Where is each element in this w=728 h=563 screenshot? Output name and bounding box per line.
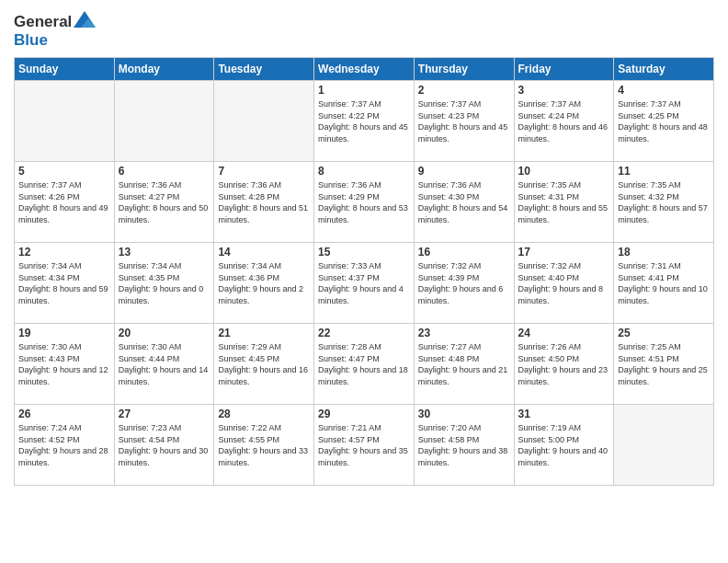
calendar-cell: 5 Sunrise: 7:37 AMSunset: 4:26 PMDayligh… — [15, 162, 115, 243]
day-number: 10 — [518, 165, 610, 178]
logo-general-text: General — [14, 13, 72, 31]
day-info: Sunrise: 7:22 AMSunset: 4:55 PMDaylight:… — [218, 422, 310, 468]
day-info: Sunrise: 7:32 AMSunset: 4:39 PMDaylight:… — [418, 260, 510, 306]
calendar-cell: 14 Sunrise: 7:34 AMSunset: 4:36 PMDaylig… — [214, 243, 314, 324]
calendar-cell — [15, 81, 115, 162]
day-number: 1 — [318, 84, 410, 97]
logo-icon — [72, 9, 97, 35]
calendar-cell: 29 Sunrise: 7:21 AMSunset: 4:57 PMDaylig… — [314, 405, 415, 486]
logo: General Blue — [14, 9, 97, 50]
calendar-cell: 19 Sunrise: 7:30 AMSunset: 4:43 PMDaylig… — [15, 324, 115, 405]
calendar-week-3: 12 Sunrise: 7:34 AMSunset: 4:34 PMDaylig… — [15, 243, 714, 324]
day-info: Sunrise: 7:37 AMSunset: 4:25 PMDaylight:… — [618, 98, 710, 144]
day-info: Sunrise: 7:30 AMSunset: 4:43 PMDaylight:… — [18, 341, 110, 387]
day-info: Sunrise: 7:35 AMSunset: 4:31 PMDaylight:… — [518, 179, 610, 225]
calendar-cell: 12 Sunrise: 7:34 AMSunset: 4:34 PMDaylig… — [15, 243, 115, 324]
day-info: Sunrise: 7:36 AMSunset: 4:27 PMDaylight:… — [119, 179, 210, 225]
day-info: Sunrise: 7:27 AMSunset: 4:48 PMDaylight:… — [418, 341, 510, 387]
calendar-cell: 7 Sunrise: 7:36 AMSunset: 4:28 PMDayligh… — [214, 162, 314, 243]
weekday-header-monday: Monday — [114, 58, 214, 81]
day-info: Sunrise: 7:30 AMSunset: 4:44 PMDaylight:… — [119, 341, 210, 387]
day-number: 17 — [518, 246, 610, 259]
calendar-week-5: 26 Sunrise: 7:24 AMSunset: 4:52 PMDaylig… — [15, 405, 714, 486]
calendar-week-1: 1 Sunrise: 7:37 AMSunset: 4:22 PMDayligh… — [15, 81, 714, 162]
weekday-header-row: SundayMondayTuesdayWednesdayThursdayFrid… — [15, 58, 714, 81]
calendar-cell: 13 Sunrise: 7:34 AMSunset: 4:35 PMDaylig… — [114, 243, 214, 324]
day-info: Sunrise: 7:32 AMSunset: 4:40 PMDaylight:… — [518, 260, 610, 306]
day-info: Sunrise: 7:21 AMSunset: 4:57 PMDaylight:… — [318, 422, 410, 468]
day-number: 9 — [418, 165, 510, 178]
day-number: 18 — [618, 246, 710, 259]
day-number: 29 — [318, 408, 410, 420]
day-number: 4 — [618, 84, 710, 97]
page-container: General Blue SundayMondayTuesdayWednesda… — [0, 0, 728, 563]
day-info: Sunrise: 7:31 AMSunset: 4:41 PMDaylight:… — [618, 260, 710, 306]
calendar-cell: 21 Sunrise: 7:29 AMSunset: 4:45 PMDaylig… — [214, 324, 314, 405]
day-info: Sunrise: 7:36 AMSunset: 4:29 PMDaylight:… — [318, 179, 410, 225]
day-number: 11 — [618, 165, 710, 178]
calendar-cell: 16 Sunrise: 7:32 AMSunset: 4:39 PMDaylig… — [414, 243, 514, 324]
calendar-cell — [214, 81, 314, 162]
calendar-cell: 10 Sunrise: 7:35 AMSunset: 4:31 PMDaylig… — [514, 162, 614, 243]
day-number: 14 — [218, 246, 310, 259]
calendar-week-2: 5 Sunrise: 7:37 AMSunset: 4:26 PMDayligh… — [15, 162, 714, 243]
day-number: 23 — [418, 327, 510, 339]
day-number: 31 — [518, 408, 610, 420]
day-info: Sunrise: 7:36 AMSunset: 4:28 PMDaylight:… — [218, 179, 310, 225]
calendar-cell: 23 Sunrise: 7:27 AMSunset: 4:48 PMDaylig… — [414, 324, 514, 405]
day-number: 25 — [618, 327, 710, 339]
weekday-header-saturday: Saturday — [614, 58, 714, 81]
day-info: Sunrise: 7:25 AMSunset: 4:51 PMDaylight:… — [618, 341, 710, 387]
day-info: Sunrise: 7:33 AMSunset: 4:37 PMDaylight:… — [318, 260, 410, 306]
calendar-cell — [614, 405, 714, 486]
calendar-cell: 8 Sunrise: 7:36 AMSunset: 4:29 PMDayligh… — [314, 162, 415, 243]
day-info: Sunrise: 7:28 AMSunset: 4:47 PMDaylight:… — [318, 341, 410, 387]
weekday-header-wednesday: Wednesday — [314, 58, 415, 81]
calendar-cell — [114, 81, 214, 162]
calendar-cell: 20 Sunrise: 7:30 AMSunset: 4:44 PMDaylig… — [114, 324, 214, 405]
calendar-cell: 26 Sunrise: 7:24 AMSunset: 4:52 PMDaylig… — [15, 405, 115, 486]
calendar-cell: 11 Sunrise: 7:35 AMSunset: 4:32 PMDaylig… — [614, 162, 714, 243]
calendar-cell: 17 Sunrise: 7:32 AMSunset: 4:40 PMDaylig… — [514, 243, 614, 324]
day-info: Sunrise: 7:37 AMSunset: 4:24 PMDaylight:… — [518, 98, 610, 144]
day-info: Sunrise: 7:34 AMSunset: 4:34 PMDaylight:… — [18, 260, 110, 306]
day-info: Sunrise: 7:34 AMSunset: 4:36 PMDaylight:… — [218, 260, 310, 306]
day-number: 2 — [418, 84, 510, 97]
day-info: Sunrise: 7:37 AMSunset: 4:22 PMDaylight:… — [318, 98, 410, 144]
calendar-cell: 1 Sunrise: 7:37 AMSunset: 4:22 PMDayligh… — [314, 81, 415, 162]
day-number: 20 — [119, 327, 210, 339]
day-number: 3 — [518, 84, 610, 97]
day-info: Sunrise: 7:24 AMSunset: 4:52 PMDaylight:… — [18, 422, 110, 468]
calendar-cell: 6 Sunrise: 7:36 AMSunset: 4:27 PMDayligh… — [114, 162, 214, 243]
calendar-cell: 9 Sunrise: 7:36 AMSunset: 4:30 PMDayligh… — [414, 162, 514, 243]
calendar-cell: 22 Sunrise: 7:28 AMSunset: 4:47 PMDaylig… — [314, 324, 415, 405]
day-info: Sunrise: 7:26 AMSunset: 4:50 PMDaylight:… — [518, 341, 610, 387]
calendar-cell: 28 Sunrise: 7:22 AMSunset: 4:55 PMDaylig… — [214, 405, 314, 486]
weekday-header-tuesday: Tuesday — [214, 58, 314, 81]
calendar-cell: 25 Sunrise: 7:25 AMSunset: 4:51 PMDaylig… — [614, 324, 714, 405]
calendar-cell: 2 Sunrise: 7:37 AMSunset: 4:23 PMDayligh… — [414, 81, 514, 162]
day-number: 26 — [18, 408, 110, 420]
day-number: 12 — [18, 246, 110, 259]
day-info: Sunrise: 7:35 AMSunset: 4:32 PMDaylight:… — [618, 179, 710, 225]
day-number: 19 — [18, 327, 110, 339]
day-info: Sunrise: 7:37 AMSunset: 4:26 PMDaylight:… — [18, 179, 110, 225]
day-number: 8 — [318, 165, 410, 178]
day-number: 30 — [418, 408, 510, 420]
day-number: 7 — [218, 165, 310, 178]
day-info: Sunrise: 7:20 AMSunset: 4:58 PMDaylight:… — [418, 422, 510, 468]
page-header: General Blue — [14, 9, 714, 50]
day-number: 28 — [218, 408, 310, 420]
day-number: 22 — [318, 327, 410, 339]
calendar-cell: 3 Sunrise: 7:37 AMSunset: 4:24 PMDayligh… — [514, 81, 614, 162]
calendar-cell: 24 Sunrise: 7:26 AMSunset: 4:50 PMDaylig… — [514, 324, 614, 405]
day-number: 5 — [18, 165, 110, 178]
calendar-week-4: 19 Sunrise: 7:30 AMSunset: 4:43 PMDaylig… — [15, 324, 714, 405]
day-number: 24 — [518, 327, 610, 339]
weekday-header-sunday: Sunday — [15, 58, 115, 81]
weekday-header-thursday: Thursday — [414, 58, 514, 81]
calendar-cell: 30 Sunrise: 7:20 AMSunset: 4:58 PMDaylig… — [414, 405, 514, 486]
weekday-header-friday: Friday — [514, 58, 614, 81]
day-info: Sunrise: 7:36 AMSunset: 4:30 PMDaylight:… — [418, 179, 510, 225]
calendar-cell: 31 Sunrise: 7:19 AMSunset: 5:00 PMDaylig… — [514, 405, 614, 486]
